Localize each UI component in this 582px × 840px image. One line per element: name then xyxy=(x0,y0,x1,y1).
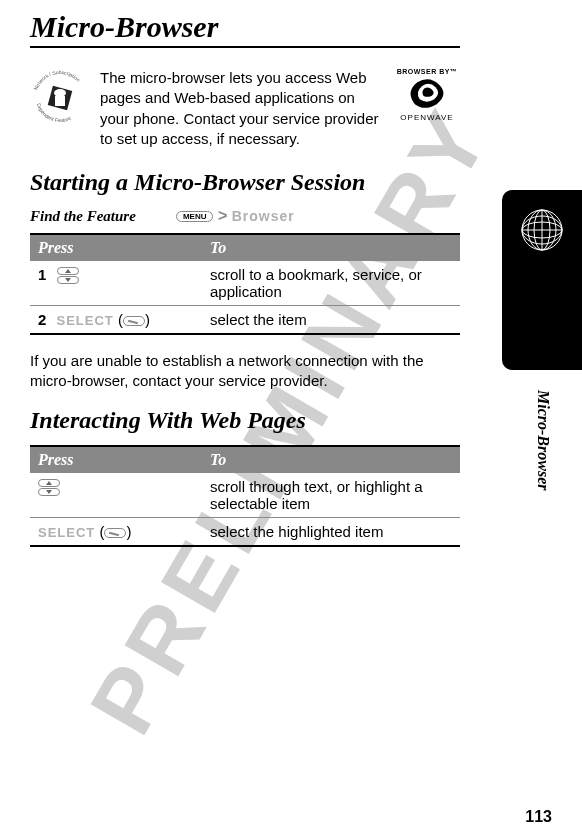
down-arrow-icon xyxy=(38,488,60,496)
find-the-feature-label: Find the Feature xyxy=(30,208,136,225)
step-number: 1 xyxy=(38,266,46,283)
softkey-icon xyxy=(123,316,145,326)
page-number: 113 xyxy=(525,808,552,826)
step-description: scroll to a bookmark, service, or applic… xyxy=(202,261,460,306)
svg-rect-4 xyxy=(55,96,65,106)
openwave-logo-icon xyxy=(402,75,452,109)
step-number: 2 xyxy=(38,311,46,328)
browser-by-label: BROWSER BY™ xyxy=(394,68,460,75)
scroll-key-icon xyxy=(57,267,79,284)
svg-point-3 xyxy=(54,89,66,97)
table-row: 2 SELECT () select the item xyxy=(30,305,460,334)
instruction-table-2: Press To scroll through text, or highlig… xyxy=(30,445,460,547)
table-header-press: Press xyxy=(30,234,202,261)
side-section-label: Micro-Browser xyxy=(534,390,552,490)
table-header-to: To xyxy=(202,234,460,261)
step-description: select the item xyxy=(202,305,460,334)
step-description: select the highlighted item xyxy=(202,517,460,546)
select-softkey-label: SELECT xyxy=(57,313,114,328)
table-row: scroll through text, or highlight a sele… xyxy=(30,473,460,518)
after-table-paragraph: If you are unable to establish a network… xyxy=(30,351,460,392)
page-content: Micro-Browser Network / Subscription Dep… xyxy=(0,0,490,547)
table-header-to: To xyxy=(202,446,460,473)
paren-close: ) xyxy=(126,523,131,540)
openwave-label: OPENWAVE xyxy=(394,113,460,122)
table-row: 1 scroll to a bookmark, service, or appl… xyxy=(30,261,460,306)
browser-menu-item: Browser xyxy=(232,208,295,224)
select-softkey-label: SELECT xyxy=(38,525,95,540)
step-description: scroll through text, or highlight a sele… xyxy=(202,473,460,518)
breadcrumb-separator: > xyxy=(218,207,227,224)
section-heading-interacting: Interacting With Web Pages xyxy=(30,407,460,435)
intro-row: Network / Subscription Dependent Feature… xyxy=(30,68,460,149)
instruction-table-1: Press To 1 scroll to a bookmark, service… xyxy=(30,233,460,335)
table-row: SELECT () select the highlighted item xyxy=(30,517,460,546)
up-arrow-icon xyxy=(38,479,60,487)
find-the-feature-row: Find the Feature MENU > Browser xyxy=(30,207,460,225)
scroll-key-icon xyxy=(38,479,60,496)
up-arrow-icon xyxy=(57,267,79,275)
browser-by-badge: BROWSER BY™ OPENWAVE xyxy=(394,68,460,122)
menu-key-icon: MENU xyxy=(176,211,214,222)
page-title: Micro-Browser xyxy=(30,10,460,48)
intro-paragraph: The micro-browser lets you access Web pa… xyxy=(100,68,384,149)
globe-icon xyxy=(520,208,564,252)
down-arrow-icon xyxy=(57,276,79,284)
side-tab xyxy=(502,190,582,370)
network-subscription-dependent-feature-icon: Network / Subscription Dependent Feature xyxy=(30,68,90,132)
table-header-press: Press xyxy=(30,446,202,473)
softkey-icon xyxy=(104,528,126,538)
paren-close: ) xyxy=(145,311,150,328)
section-heading-starting: Starting a Micro-Browser Session xyxy=(30,169,460,197)
